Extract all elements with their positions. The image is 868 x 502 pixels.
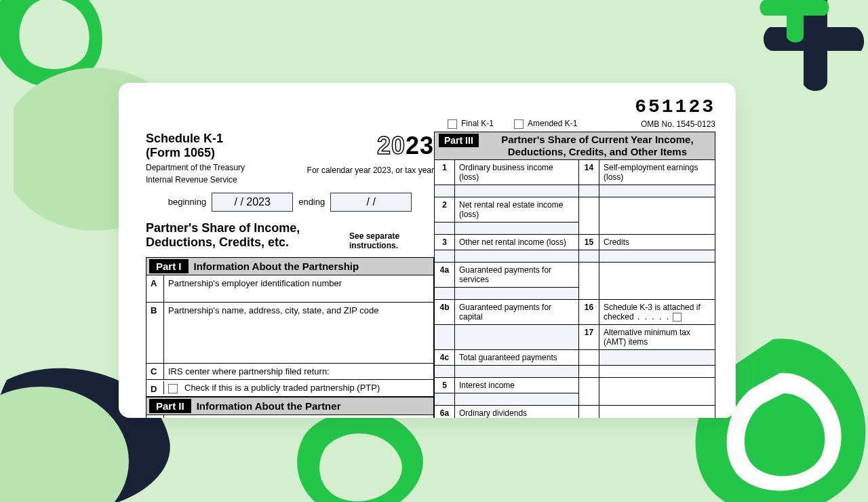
see-instructions: See separate instructions. [349, 231, 434, 250]
amended-k1-checkbox[interactable] [514, 119, 524, 129]
dept-treasury: Department of the Treasury [146, 163, 245, 172]
row3-num: 3 [435, 235, 455, 250]
line-d-desc: Check if this is a publicly traded partn… [164, 380, 433, 396]
part1-bar: Part I Information About the Partnership [146, 257, 434, 275]
dept-irs: Internal Revenue Service [146, 175, 245, 185]
row1-value[interactable] [455, 185, 579, 197]
row4c-label: Total guaranteed payments [455, 350, 579, 366]
omb-number: OMB No. 1545-0123 [641, 119, 715, 129]
row4a-value[interactable] [455, 288, 579, 300]
ending-label: ending [298, 197, 325, 207]
line-e-desc: Partner's SSN or TIN (Do not use TIN of … [164, 415, 433, 418]
final-amended-row: Final K-1 Amended K-1 [448, 119, 577, 129]
row4b-label: Guaranteed payments for capital [455, 300, 579, 325]
beginning-date-input[interactable]: / / 2023 [212, 193, 293, 212]
form-header: Schedule K-1 (Form 1065) Department of t… [146, 132, 245, 185]
part3-tag: Part III [439, 134, 479, 147]
line-c-letter: C [146, 364, 164, 379]
row4b-num: 4b [435, 300, 455, 325]
beginning-label: beginning [168, 197, 206, 207]
row1-numval [435, 185, 455, 197]
k3-checkbox[interactable] [673, 313, 682, 322]
row5-value[interactable] [455, 393, 579, 406]
form-subtitle: Partner's Share of Income, Deductions, C… [146, 221, 349, 250]
decor-green-plus [753, 0, 834, 54]
row3-label: Other net rental income (loss) [455, 235, 579, 250]
part2-tag: Part II [149, 399, 191, 413]
row4a-label: Guaranteed payments for services [455, 263, 579, 288]
row17-num: 17 [579, 325, 599, 350]
part2-title: Information About the Partner [197, 400, 341, 412]
line-a-desc: Partnership's employer identification nu… [164, 275, 433, 302]
part1-title: Information About the Partnership [194, 260, 359, 272]
part3-title: Partner's Share of Current Year Income, … [484, 134, 711, 158]
row3-value[interactable] [455, 250, 579, 263]
row2-label: Net rental real estate income (loss) [455, 197, 579, 223]
final-k1-label: Final K-1 [461, 119, 494, 128]
line-b-desc: Partnership's name, address, city, state… [164, 303, 433, 363]
ending-date-input[interactable]: / / [330, 193, 412, 212]
row5-num: 5 [435, 378, 455, 393]
line-a-letter: A [146, 275, 164, 302]
line-d-letter: D [146, 381, 164, 394]
row4c-num: 4c [435, 350, 455, 366]
row1-num: 1 [435, 160, 455, 185]
row6a-label: Ordinary dividends [455, 406, 579, 418]
row16-num: 16 [579, 300, 599, 325]
tax-year: 2023 [307, 132, 434, 160]
line-c-desc: IRS center where partnership filed retur… [164, 364, 433, 379]
row15-label: Credits [599, 235, 715, 250]
row14-value[interactable] [599, 185, 715, 197]
ptp-checkbox[interactable] [168, 384, 178, 393]
svg-point-0 [0, 387, 129, 502]
line-b-letter: B [146, 303, 164, 363]
form-1065: (Form 1065) [146, 146, 245, 160]
final-k1-checkbox[interactable] [448, 119, 457, 129]
row4a-num: 4a [435, 263, 455, 288]
form-number: 651123 [635, 96, 715, 117]
schedule-title: Schedule K-1 [146, 132, 245, 146]
part1-tag: Part I [149, 259, 189, 273]
row4c-value[interactable] [455, 366, 579, 378]
line-e-letter: E [146, 415, 164, 418]
row14-numval [579, 185, 599, 197]
row15-value[interactable] [599, 250, 715, 263]
row16-label: Schedule K-3 is attached if checked [599, 300, 715, 325]
part3-bar: Part III Partner's Share of Current Year… [435, 132, 715, 160]
calendar-year-text: For calendar year 2023, or tax year [307, 166, 434, 175]
row2-num: 2 [435, 197, 455, 223]
row17-value[interactable] [599, 350, 715, 366]
row6a-num: 6a [435, 406, 455, 418]
row5-label: Interest income [455, 378, 579, 393]
row1-label: Ordinary business income (loss) [455, 160, 579, 185]
part3-grid: 1 Ordinary business income (loss) 14 Sel… [435, 160, 715, 418]
part2-bar: Part II Information About the Partner [146, 397, 434, 415]
row14-label: Self-employment earnings (loss) [599, 160, 715, 185]
tax-form: 651123 Final K-1 Amended K-1 OMB No. 154… [119, 83, 736, 418]
row15-num: 15 [579, 235, 599, 250]
row14-num: 14 [579, 160, 599, 185]
row17-label: Alternative minimum tax (AMT) items [599, 325, 715, 350]
row2-value[interactable] [455, 223, 579, 235]
amended-k1-label: Amended K-1 [528, 119, 577, 128]
row4b-value[interactable] [455, 325, 579, 350]
